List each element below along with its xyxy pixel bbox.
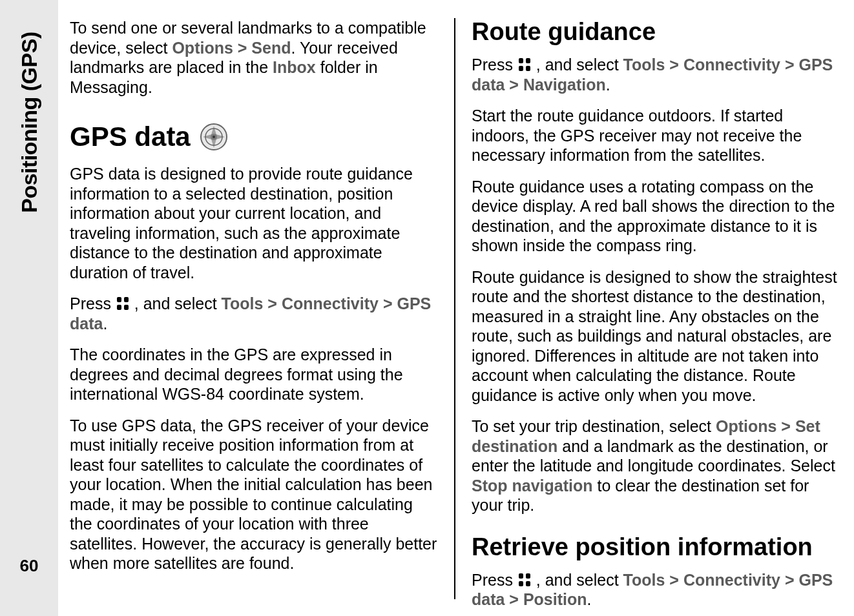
route-outdoors-para: Start the route guidance outdoors. If st… — [472, 106, 840, 165]
text: , and select — [130, 294, 222, 313]
menu-connectivity: Connectivity — [683, 571, 780, 589]
menu-connectivity: Connectivity — [282, 294, 379, 313]
page-number: 60 — [0, 556, 58, 576]
route-press-instruction: Press , and select Tools > Connectivity … — [472, 55, 840, 94]
manual-page: Positioning (GPS) 60 To send one or seve… — [0, 0, 854, 616]
menu-position: Position — [523, 590, 587, 608]
heading-gps-data: GPS data — [70, 121, 438, 152]
menu-options: Options — [716, 417, 776, 435]
svg-point-2 — [213, 136, 215, 138]
text: . — [587, 590, 592, 608]
sep: > — [505, 76, 523, 94]
heading-text: GPS data — [70, 121, 191, 152]
left-column: To send one or several landmarks to a co… — [70, 18, 454, 599]
position-press-instruction: Press , and select Tools > Connectivity … — [472, 570, 840, 610]
svg-rect-7 — [519, 58, 523, 63]
sep: > — [263, 294, 282, 313]
menu-key-icon — [116, 296, 130, 311]
svg-rect-10 — [526, 66, 530, 71]
svg-rect-13 — [519, 581, 523, 586]
text: . — [606, 76, 610, 94]
menu-connectivity: Connectivity — [683, 56, 780, 74]
menu-key-icon — [517, 572, 532, 588]
svg-rect-6 — [124, 305, 129, 310]
side-tab-label: Positioning (GPS) — [17, 32, 42, 212]
text: . — [103, 314, 107, 333]
route-design-para: Route guidance is designed to show the s… — [472, 267, 840, 406]
sep: > — [665, 571, 683, 589]
text: To set your trip destination, select — [472, 417, 716, 435]
sep: > — [776, 417, 795, 435]
satellites-para: To use GPS data, the GPS receiver of you… — [70, 416, 438, 573]
menu-tools: Tools — [623, 56, 665, 74]
menu-key-icon — [517, 57, 532, 72]
menu-tools: Tools — [222, 294, 264, 313]
gps-description: GPS data is designed to provide route gu… — [70, 164, 438, 282]
text: , and select — [532, 56, 623, 74]
sep: > — [665, 56, 683, 74]
svg-rect-3 — [117, 297, 121, 302]
text: Press — [70, 294, 116, 313]
sep: > — [233, 39, 252, 57]
menu-stop-navigation: Stop navigation — [472, 477, 593, 495]
content-columns: To send one or several landmarks to a co… — [70, 18, 840, 599]
route-compass-para: Route guidance uses a rotating compass o… — [472, 177, 840, 256]
folder-inbox: Inbox — [273, 58, 316, 76]
heading-route-guidance: Route guidance — [472, 18, 840, 46]
sep: > — [379, 294, 397, 313]
compass-icon — [200, 123, 228, 151]
gps-press-instruction: Press , and select Tools > Connectivity … — [70, 294, 438, 333]
side-tab: Positioning (GPS) 60 — [0, 0, 58, 616]
text: Press — [472, 56, 517, 74]
text: , and select — [532, 571, 623, 589]
sep: > — [780, 56, 799, 74]
right-column: Route guidance Press , and select Tools … — [454, 18, 840, 599]
svg-rect-4 — [124, 297, 129, 302]
svg-rect-5 — [117, 305, 121, 310]
svg-rect-8 — [526, 58, 530, 63]
landmarks-send-para: To send one or several landmarks to a co… — [70, 18, 438, 97]
heading-retrieve-position: Retrieve position information — [472, 533, 840, 561]
sep: > — [505, 590, 523, 608]
svg-rect-14 — [526, 581, 530, 586]
text: Press — [472, 571, 517, 589]
svg-rect-12 — [526, 573, 530, 579]
sep: > — [780, 571, 799, 589]
menu-options: Options — [172, 39, 233, 57]
menu-send: Send — [251, 39, 291, 57]
set-destination-para: To set your trip destination, select Opt… — [472, 416, 840, 515]
svg-rect-11 — [519, 573, 523, 579]
menu-tools: Tools — [623, 571, 665, 589]
coord-format-para: The coordinates in the GPS are expressed… — [70, 345, 438, 404]
menu-navigation: Navigation — [523, 76, 606, 94]
svg-rect-9 — [519, 66, 523, 71]
